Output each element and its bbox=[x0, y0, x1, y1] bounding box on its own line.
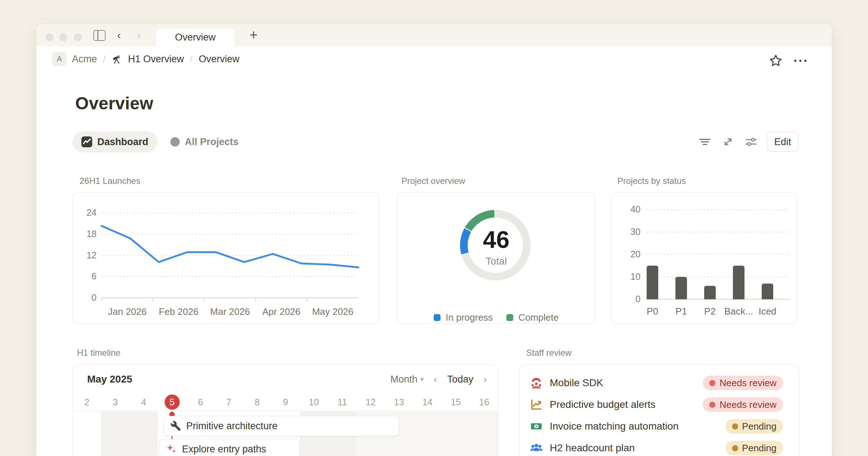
legend-item: Complete bbox=[506, 312, 558, 323]
timeline-day[interactable]: 10 bbox=[300, 393, 328, 411]
expand-icon[interactable] bbox=[720, 132, 736, 152]
timeline-day[interactable]: 8 bbox=[243, 393, 271, 411]
status-badge: Pending bbox=[726, 441, 783, 455]
timeline-grid: Primitive architecture Explore entry pat… bbox=[73, 411, 498, 456]
line-chart: 24181260Jan 2026Feb 2026Mar 2026Apr 2026… bbox=[73, 193, 379, 324]
widget-label-timeline: H1 timeline bbox=[77, 348, 120, 358]
status-badge: Pending bbox=[726, 419, 783, 434]
timeline-month-label: May 2025 bbox=[87, 373, 132, 385]
breadcrumb-separator: / bbox=[102, 54, 106, 64]
timeline-next-icon[interactable]: › bbox=[483, 373, 488, 385]
status-dot-icon bbox=[709, 380, 715, 386]
timeline-day[interactable]: 3 bbox=[101, 393, 129, 411]
timeline-day[interactable]: 11 bbox=[328, 393, 356, 411]
back-icon[interactable]: ‹ bbox=[113, 29, 125, 41]
page-title: Overview bbox=[75, 93, 153, 113]
breadcrumb-workspace[interactable]: Acme bbox=[72, 54, 97, 65]
legend-item: In progress bbox=[434, 312, 493, 323]
svg-text:Apr 2026: Apr 2026 bbox=[262, 306, 301, 317]
more-options-icon[interactable] bbox=[790, 54, 810, 68]
timeline-day[interactable]: 6 bbox=[186, 393, 214, 411]
filter-icon[interactable] bbox=[697, 132, 712, 152]
svg-text:Iced: Iced bbox=[758, 306, 776, 317]
timeline-controls: Month ▾ ‹ Today › bbox=[390, 373, 488, 385]
edit-button[interactable]: Edit bbox=[767, 132, 799, 152]
timeline-day[interactable]: 16 bbox=[470, 393, 498, 411]
timeline-day[interactable]: 14 bbox=[413, 393, 442, 411]
svg-text:40: 40 bbox=[630, 204, 641, 214]
sparkles-icon bbox=[166, 444, 177, 455]
workspace-avatar[interactable]: A bbox=[52, 52, 67, 66]
donut-center: 46 Total bbox=[397, 210, 595, 267]
tab-title: Overview bbox=[175, 32, 216, 43]
bar-chart: 403020100P0P1P2Back...Iced bbox=[612, 193, 797, 324]
telescope-icon bbox=[112, 54, 123, 64]
timeline-item-label: Primitive architecture bbox=[186, 421, 277, 432]
timeline-day[interactable]: 9 bbox=[271, 393, 299, 411]
timeline-item[interactable]: Explore entry paths bbox=[159, 439, 299, 456]
timeline-day[interactable]: 15 bbox=[442, 393, 470, 411]
traffic-light-minimize-icon[interactable] bbox=[59, 33, 67, 41]
svg-text:Mar 2026: Mar 2026 bbox=[210, 306, 250, 317]
svg-text:P0: P0 bbox=[647, 306, 658, 317]
timeline-day-current[interactable]: 5 bbox=[158, 393, 186, 411]
view-tab-dashboard[interactable]: Dashboard bbox=[72, 131, 157, 152]
sliders-icon[interactable] bbox=[744, 132, 759, 152]
widget-label-projects-by-status: Projects by status bbox=[617, 176, 686, 186]
staff-review-row[interactable]: Mobile SDK Needs review bbox=[530, 373, 783, 393]
status-dot-icon bbox=[732, 445, 738, 451]
view-toolbar: Edit bbox=[697, 132, 799, 152]
forward-icon[interactable]: › bbox=[133, 29, 145, 41]
view-tab-all-projects[interactable]: All Projects bbox=[166, 136, 243, 148]
timeline-day[interactable]: 12 bbox=[357, 393, 385, 411]
circle-icon bbox=[170, 137, 180, 147]
timeline-card: May 2025 Month ▾ ‹ Today › 2345678910111… bbox=[72, 364, 498, 456]
staff-item-label: Invoice matching automation bbox=[550, 421, 726, 432]
desktop: { "window": { "tab_title": "Overview", "… bbox=[0, 0, 868, 456]
timeline-dates-row: 2345678910111213141516 bbox=[73, 393, 498, 411]
status-dot-icon bbox=[709, 402, 715, 408]
favorite-star-icon[interactable] bbox=[769, 54, 783, 68]
svg-text:P2: P2 bbox=[704, 306, 716, 317]
timeline-day[interactable]: 7 bbox=[214, 393, 243, 411]
svg-text:Jan 2026: Jan 2026 bbox=[108, 306, 147, 317]
svg-text:May 2026: May 2026 bbox=[312, 306, 353, 317]
timeline-day[interactable]: 4 bbox=[129, 393, 158, 411]
svg-text:6: 6 bbox=[92, 271, 97, 281]
staff-review-row[interactable]: H2 headcount plan Pending bbox=[530, 438, 783, 456]
timeline-day[interactable]: 13 bbox=[385, 393, 413, 411]
staff-review-row[interactable]: Invoice matching automation Pending bbox=[530, 416, 783, 436]
timeline-today-button[interactable]: Today bbox=[447, 374, 473, 385]
carousel-icon bbox=[530, 377, 542, 389]
chart-up-icon bbox=[530, 398, 542, 411]
timeline-header: May 2025 Month ▾ ‹ Today › bbox=[73, 365, 498, 393]
timeline-day[interactable]: 2 bbox=[73, 393, 101, 411]
widget-label-project-overview: Project overview bbox=[401, 176, 465, 186]
timeline-item[interactable]: Primitive architecture bbox=[163, 416, 399, 436]
svg-text:30: 30 bbox=[630, 227, 641, 237]
svg-text:18: 18 bbox=[86, 229, 97, 239]
timeline-prev-icon[interactable]: ‹ bbox=[433, 373, 438, 385]
timeline-item-label: Explore entry paths bbox=[182, 444, 266, 455]
tab-overview[interactable]: Overview bbox=[156, 29, 234, 46]
staff-review-row[interactable]: Predictive budget alerts Needs review bbox=[530, 394, 783, 415]
view-tabs: Dashboard All Projects bbox=[72, 131, 243, 152]
view-tab-label: All Projects bbox=[185, 136, 239, 148]
staff-item-label: H2 headcount plan bbox=[550, 442, 726, 454]
timeline-view-select[interactable]: Month ▾ bbox=[390, 374, 424, 385]
sidebar-toggle-icon[interactable] bbox=[93, 30, 106, 41]
breadcrumb-current-page[interactable]: Overview bbox=[199, 54, 239, 65]
svg-text:0: 0 bbox=[92, 292, 97, 303]
chart-icon bbox=[81, 136, 92, 147]
traffic-light-zoom-icon[interactable] bbox=[74, 33, 82, 41]
app-window: ‹ › Overview + A Acme / H1 Overview / Ov… bbox=[36, 24, 832, 456]
donut-total-label: Total bbox=[397, 256, 595, 267]
breadcrumb-parent-page[interactable]: H1 Overview bbox=[128, 54, 184, 65]
svg-text:0: 0 bbox=[635, 294, 641, 304]
svg-text:Feb 2026: Feb 2026 bbox=[159, 306, 199, 317]
status-badge: Needs review bbox=[703, 397, 783, 412]
traffic-light-close-icon[interactable] bbox=[46, 33, 54, 41]
new-tab-button[interactable]: + bbox=[245, 27, 262, 43]
timeline-view-label: Month bbox=[390, 374, 417, 385]
svg-text:10: 10 bbox=[630, 271, 641, 282]
